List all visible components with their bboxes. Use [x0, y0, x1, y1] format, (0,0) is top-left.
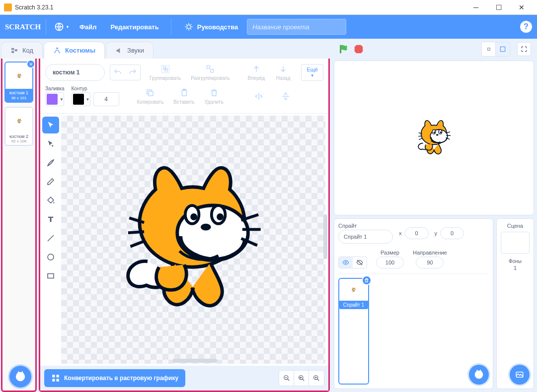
svg-rect-15: [487, 48, 490, 51]
delete-sprite-icon[interactable]: [362, 275, 372, 285]
stage-large-button[interactable]: [496, 42, 510, 56]
window-minimize[interactable]: ─: [464, 0, 487, 15]
fill-color-picker[interactable]: ▼: [45, 92, 64, 106]
svg-rect-29: [57, 375, 59, 377]
visibility-toggle[interactable]: [338, 257, 367, 268]
stage-small-button[interactable]: [482, 42, 496, 56]
more-button[interactable]: Ещё▼: [301, 64, 323, 81]
flip-v-button[interactable]: [273, 90, 298, 103]
fullscreen-button[interactable]: [517, 42, 531, 56]
delete-costume-icon[interactable]: ✕: [26, 60, 35, 68]
eraser-tool[interactable]: [42, 173, 59, 190]
add-costume-button[interactable]: [9, 366, 31, 388]
tab-code[interactable]: Код: [1, 42, 43, 59]
group-button[interactable]: Группировать: [146, 63, 185, 82]
app-icon: [4, 3, 12, 11]
paste-button[interactable]: Вставить: [169, 86, 198, 106]
svg-text:=: =: [300, 377, 302, 379]
svg-point-36: [345, 261, 347, 263]
window-title: Scratch 3.23.1: [15, 4, 464, 11]
circle-tool[interactable]: [42, 249, 59, 265]
costume-item[interactable]: костюм 2 92 x 106: [4, 107, 33, 146]
svg-rect-28: [52, 375, 55, 377]
help-button[interactable]: ?: [520, 21, 532, 33]
convert-bitmap-button[interactable]: Конвертировать в растровую графику: [44, 369, 185, 387]
scratch-logo[interactable]: SCRATCH: [5, 21, 40, 33]
svg-point-25: [52, 145, 53, 146]
tab-sounds[interactable]: Звуки: [106, 42, 153, 59]
canvas-scrollbar-v[interactable]: [323, 214, 327, 259]
forward-button[interactable]: Вперёд: [244, 63, 269, 82]
stage-preview[interactable]: [334, 61, 534, 215]
zoom-out-button[interactable]: [279, 371, 294, 386]
stop-button[interactable]: [353, 44, 364, 55]
sprite-info-panel: Спрайт x y: [334, 218, 493, 389]
svg-rect-22: [149, 91, 153, 96]
svg-rect-12: [11, 51, 14, 53]
project-title-input[interactable]: [247, 19, 346, 35]
fill-tool[interactable]: [42, 192, 59, 209]
show-sprite-button[interactable]: [339, 257, 353, 268]
delete-button[interactable]: Удалить: [201, 86, 228, 106]
svg-rect-19: [165, 68, 167, 71]
svg-rect-27: [48, 274, 54, 278]
svg-point-10: [187, 25, 191, 29]
select-tool[interactable]: [42, 117, 59, 133]
svg-rect-20: [207, 65, 210, 68]
svg-rect-21: [211, 69, 214, 72]
svg-rect-16: [500, 47, 505, 51]
sprite-x-input[interactable]: [405, 227, 429, 239]
file-menu[interactable]: Файл: [74, 23, 103, 31]
costume-item[interactable]: ✕ костюм 196 x 101: [4, 62, 33, 103]
sprite-size-input[interactable]: [376, 257, 404, 268]
green-flag-button[interactable]: [338, 44, 349, 55]
redo-button[interactable]: [125, 65, 140, 80]
svg-marker-14: [355, 45, 363, 54]
sprite-y-input[interactable]: [440, 227, 464, 239]
svg-rect-18: [163, 67, 165, 69]
costume-name-input[interactable]: [45, 64, 105, 81]
zoom-in-button[interactable]: [309, 371, 324, 386]
stage-panel: Сцена Фоны 1: [496, 218, 534, 389]
backward-button[interactable]: Назад: [271, 63, 296, 82]
svg-rect-30: [52, 379, 55, 382]
svg-rect-13: [15, 49, 17, 51]
flip-h-button[interactable]: [246, 90, 271, 103]
reshape-tool[interactable]: [42, 135, 59, 152]
undo-button[interactable]: [110, 65, 125, 80]
svg-rect-31: [57, 379, 59, 382]
zoom-reset-button[interactable]: =: [294, 371, 309, 386]
sprite-name-input[interactable]: [338, 230, 393, 244]
rect-tool[interactable]: [42, 267, 59, 284]
paint-canvas[interactable]: [61, 114, 328, 366]
language-menu[interactable]: ▼: [52, 20, 72, 34]
text-tool[interactable]: [42, 211, 59, 228]
hide-sprite-button[interactable]: [353, 257, 367, 268]
stage-thumb[interactable]: [501, 232, 530, 254]
ungroup-button[interactable]: Разгруппировать: [187, 63, 233, 82]
line-tool[interactable]: [42, 230, 59, 247]
brush-tool[interactable]: [42, 154, 59, 171]
svg-point-26: [48, 254, 54, 260]
outline-color-picker[interactable]: ▼: [72, 92, 90, 106]
costume-list: ✕ костюм 196 x 101 костюм 2 92 x 106: [1, 59, 37, 392]
window-close[interactable]: ✕: [510, 0, 533, 15]
add-backdrop-button[interactable]: [510, 365, 530, 385]
sprite-tile[interactable]: Спрайт 1: [338, 278, 369, 385]
edit-menu[interactable]: Редактировать: [105, 23, 165, 31]
sprite-direction-input[interactable]: [416, 257, 444, 268]
window-maximize[interactable]: ☐: [487, 0, 510, 15]
outline-width-input[interactable]: [93, 92, 119, 106]
paint-tool-palette: [40, 114, 61, 366]
svg-rect-17: [161, 65, 169, 73]
svg-rect-11: [11, 48, 14, 50]
copy-button[interactable]: Копировать: [133, 86, 168, 106]
add-sprite-button[interactable]: [469, 365, 489, 385]
tab-costumes[interactable]: Костюмы: [44, 42, 105, 59]
tutorials-button[interactable]: Руководства: [177, 22, 245, 31]
canvas-scrollbar-h[interactable]: [172, 359, 217, 363]
